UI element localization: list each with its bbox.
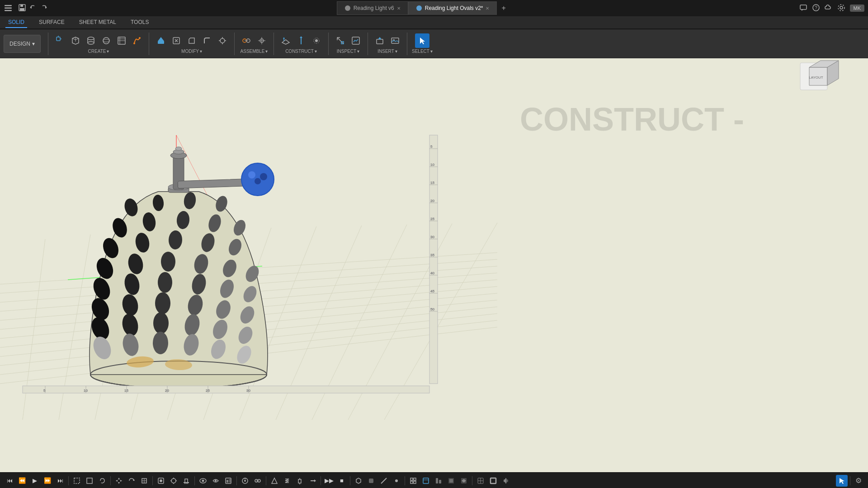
design-label: DESIGN — [9, 41, 30, 47]
spring-button[interactable] — [281, 475, 293, 487]
undo-icon[interactable] — [29, 4, 37, 13]
next-frame-button[interactable]: ⏩ — [42, 475, 53, 487]
move-button[interactable] — [113, 475, 125, 487]
sphere-icon[interactable] — [99, 33, 113, 48]
create-label[interactable]: CREATE ▾ — [88, 49, 109, 54]
display-3-button[interactable] — [433, 475, 444, 487]
rotate-button[interactable] — [126, 475, 137, 487]
select-icon[interactable] — [415, 33, 429, 48]
body-filter-button[interactable] — [353, 475, 364, 487]
snap-button[interactable] — [239, 475, 251, 487]
insert-icons — [373, 33, 402, 48]
insert-label[interactable]: INSERT ▾ — [377, 49, 397, 54]
toolbar-group-assemble: ASSEMBLE ▾ — [237, 33, 271, 54]
force-button[interactable] — [307, 475, 318, 487]
inspect-label[interactable]: INSPECT ▾ — [337, 49, 359, 54]
grid-button[interactable] — [407, 475, 419, 487]
help-icon[interactable]: ? — [812, 4, 820, 13]
plane-icon[interactable] — [278, 33, 293, 48]
chat-icon[interactable] — [799, 4, 807, 13]
close-tab-2[interactable]: ✕ — [486, 6, 489, 11]
component-sel-button[interactable] — [155, 475, 167, 487]
display-2-button[interactable] — [420, 475, 432, 487]
save-icon[interactable] — [18, 4, 26, 13]
svg-marker-51 — [300, 36, 302, 38]
settings-button[interactable]: ⚙ — [853, 475, 864, 487]
new-component-icon[interactable] — [53, 33, 67, 48]
assemble-label[interactable]: ASSEMBLE ▾ — [241, 49, 268, 54]
chamfer-icon[interactable] — [184, 33, 199, 48]
joint-icon[interactable] — [239, 33, 254, 48]
edge-filter-button[interactable] — [378, 475, 390, 487]
tab-sheet-metal[interactable]: SHEET METAL — [76, 17, 119, 28]
display-4-button[interactable] — [445, 475, 457, 487]
svg-point-233 — [395, 479, 398, 482]
pivot-button[interactable] — [168, 475, 179, 487]
sketch-icon[interactable] — [114, 33, 129, 48]
toolbar-group-construct: CONSTRUCT ▾ — [277, 33, 326, 54]
box-icon[interactable] — [68, 33, 83, 48]
close-tab-1[interactable]: ✕ — [397, 6, 401, 11]
measure-icon[interactable] — [333, 33, 348, 48]
outline-button[interactable] — [487, 475, 499, 487]
face-filter-button[interactable] — [365, 475, 377, 487]
axis-icon[interactable] — [294, 33, 308, 48]
scale-button[interactable] — [138, 475, 150, 487]
mirror-button[interactable] — [500, 475, 512, 487]
svg-text:20: 20 — [165, 389, 169, 393]
play-sim-button[interactable]: ▶▶ — [323, 475, 335, 487]
cloud-icon[interactable] — [825, 4, 833, 13]
joint-sel-button[interactable] — [252, 475, 264, 487]
svg-marker-60 — [378, 37, 382, 39]
damper-button[interactable] — [294, 475, 306, 487]
design-button[interactable]: DESIGN ▾ — [4, 35, 41, 53]
solid-select-button[interactable] — [84, 475, 95, 487]
show-hide-button[interactable] — [197, 475, 209, 487]
organic-icon[interactable] — [130, 33, 144, 48]
insert-mesh-icon[interactable] — [373, 33, 387, 48]
tab-solid[interactable]: SOLID — [5, 17, 27, 28]
wireframe-button[interactable] — [475, 475, 486, 487]
tab-reading-light-ovals-v2[interactable]: Reading Light Ovals v2* ✕ — [408, 1, 497, 15]
stop-sim-button[interactable]: ■ — [336, 475, 348, 487]
construct-label[interactable]: CONSTRUCT ▾ — [285, 49, 317, 54]
joint-origin-icon[interactable] — [255, 33, 269, 48]
skip-back-button[interactable]: ⏮ — [4, 475, 15, 487]
point-icon[interactable] — [309, 33, 324, 48]
cut-icon[interactable] — [169, 33, 184, 48]
canvas-icon[interactable] — [388, 33, 402, 48]
select-label[interactable]: SELECT ▾ — [412, 49, 433, 54]
display-5-button[interactable] — [458, 475, 470, 487]
settings-icon[interactable] — [837, 4, 845, 13]
vertex-filter-button[interactable] — [391, 475, 402, 487]
move-modify-icon[interactable] — [215, 33, 230, 48]
user-badge[interactable]: MK — [850, 5, 865, 12]
analysis-icon[interactable] — [349, 33, 363, 48]
visible-button[interactable] — [210, 475, 222, 487]
skip-forward-button[interactable]: ⏭ — [54, 475, 66, 487]
tab-surface[interactable]: SURFACE — [36, 17, 67, 28]
play-button[interactable]: ▶ — [29, 475, 41, 487]
tab-tools[interactable]: TOOLS — [128, 17, 151, 28]
svg-point-128 — [153, 312, 169, 334]
display-mode-button[interactable] — [222, 475, 234, 487]
fillet-icon[interactable] — [200, 33, 214, 48]
ground-button[interactable] — [180, 475, 192, 487]
lasso-select-button[interactable] — [96, 475, 108, 487]
tab-reading-light-v6[interactable]: Reading Light v6 ✕ — [337, 1, 408, 15]
cylinder-icon[interactable] — [84, 33, 98, 48]
svg-marker-193 — [118, 478, 120, 479]
app-menu-icon[interactable] — [4, 4, 13, 13]
extrude-icon[interactable] — [154, 33, 168, 48]
tab-label-2: Reading Light Ovals v2* — [425, 5, 483, 11]
viewport[interactable]: LAYOUT 5 10 15 20 25 30 35 40 45 50 5 10… — [0, 58, 868, 472]
prev-frame-button[interactable]: ⏪ — [16, 475, 28, 487]
modify-label[interactable]: MODIFY ▾ — [181, 49, 202, 54]
titlebar: Reading Light v6 ✕ Reading Light Ovals v… — [0, 0, 868, 16]
add-tab-button[interactable]: + — [497, 2, 510, 14]
frame-select-button[interactable] — [71, 475, 83, 487]
contact-button[interactable] — [269, 475, 280, 487]
cursor-tool-button[interactable] — [836, 475, 848, 487]
redo-icon[interactable] — [40, 4, 48, 13]
svg-rect-156 — [429, 135, 438, 384]
